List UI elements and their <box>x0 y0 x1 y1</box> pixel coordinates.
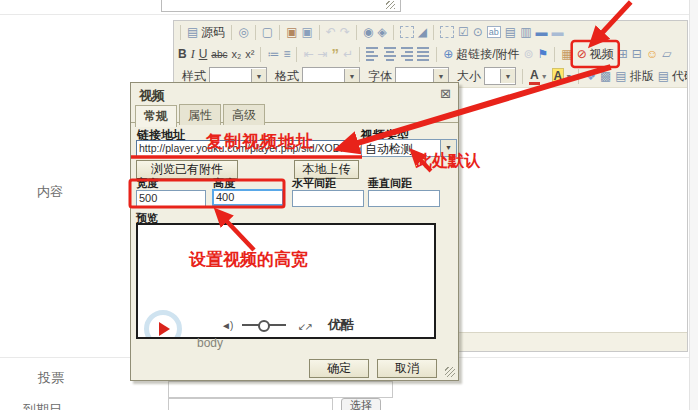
underline-button[interactable]: U <box>199 44 208 64</box>
fieldset-button[interactable] <box>440 22 454 42</box>
source-code-button[interactable]: ▤源码 <box>187 22 225 42</box>
blockquote-button[interactable]: ” <box>332 44 340 64</box>
anchor-button[interactable]: ⊚ <box>524 44 534 64</box>
play-icon[interactable] <box>144 310 182 339</box>
width-label: 宽度 <box>136 176 158 191</box>
fullscreen-button[interactable]: ❖ <box>585 66 596 86</box>
indent-button[interactable]: ⇥ <box>318 44 328 64</box>
dialog-resize-grip[interactable] <box>445 367 455 377</box>
fullscreen-icon[interactable]: ↙↗ <box>298 321 311 332</box>
ok-button[interactable]: 确定 <box>309 359 369 378</box>
volume-icon[interactable]: ◄) <box>221 320 232 331</box>
find-icon: ◉ <box>363 23 373 41</box>
form-button-button[interactable]: ▬ <box>535 22 547 42</box>
align-justify-icon <box>417 47 430 61</box>
remove-format-button[interactable]: ◢ <box>418 22 427 42</box>
toolbar-separator <box>279 25 280 40</box>
redo-button[interactable]: ↷ <box>340 22 350 42</box>
close-icon[interactable]: ⊠ <box>440 86 451 101</box>
image-button[interactable]: ▦ <box>561 44 572 64</box>
hyperlink-attachment-button[interactable]: ⊕超链接/附件 <box>443 44 519 64</box>
chevron-down-icon[interactable]: ▼ <box>344 69 359 83</box>
indent-icon: ⇥ <box>318 45 328 63</box>
subscript-button[interactable]: x₂ <box>231 44 241 64</box>
outdent-icon: ⇤ <box>303 45 313 63</box>
video-button[interactable]: ⊘视频 <box>577 44 614 64</box>
seek-knob[interactable] <box>258 320 270 332</box>
chevron-down-icon[interactable]: ▼ <box>500 69 515 83</box>
hspace-input[interactable] <box>292 190 364 207</box>
height-input[interactable]: 400 <box>212 189 284 206</box>
quick-format-button[interactable]: ▩ <box>600 66 611 86</box>
source-code-button-label: 源码 <box>201 24 225 41</box>
bg-color-icon: A <box>552 68 565 84</box>
size-select[interactable]: 大小▼ <box>453 66 516 86</box>
paste-button[interactable]: ▣ <box>286 22 297 42</box>
bg-color-button[interactable]: A▼ <box>552 66 573 86</box>
subject-input[interactable] <box>161 0 401 12</box>
hr-button[interactable]: ⊟ <box>632 44 642 64</box>
vspace-input[interactable] <box>368 190 440 207</box>
tab-attributes[interactable]: 属性 <box>179 104 221 125</box>
element-path-body[interactable]: body <box>197 336 223 350</box>
align-justify-button[interactable] <box>417 44 430 64</box>
cancel-button[interactable]: 取消 <box>377 359 437 378</box>
bold-button[interactable]: B <box>178 44 187 64</box>
table-icon: ⊞ <box>618 45 628 63</box>
outdent-button[interactable]: ⇤ <box>303 44 313 64</box>
select-all-button[interactable] <box>400 22 414 42</box>
width-input[interactable]: 500 <box>136 190 206 207</box>
template-button[interactable]: ▢ <box>262 22 273 42</box>
strikethrough-button[interactable]: abc <box>211 44 227 64</box>
textfield-button[interactable]: ab <box>487 22 501 42</box>
chevron-down-icon[interactable]: ▼ <box>251 69 266 83</box>
subject-resize-grip[interactable] <box>386 1 395 9</box>
align-left-button[interactable] <box>366 44 379 64</box>
chevron-down-icon[interactable]: ▼ <box>433 69 448 83</box>
preview-button[interactable]: ◎ <box>238 22 248 42</box>
size-select[interactable]: ▼ <box>484 67 516 85</box>
tab-general[interactable]: 常规 <box>135 105 177 127</box>
typeset-button[interactable]: ▤排版 <box>615 66 653 86</box>
page-break-button[interactable]: ▱ <box>662 44 671 64</box>
line-break-button[interactable]: ↵ <box>343 44 353 64</box>
superscript-button[interactable]: x² <box>245 44 254 64</box>
undo-icon: ↶ <box>326 23 336 41</box>
paste-word-button[interactable]: ▣ <box>302 22 313 42</box>
line-break-icon: ↵ <box>343 45 353 63</box>
emoticon-button[interactable]: ☺ <box>646 44 658 64</box>
vote-input[interactable] <box>168 381 393 398</box>
ordered-list-button[interactable]: ≔ <box>267 44 279 64</box>
undo-button[interactable]: ↶ <box>326 22 336 42</box>
size-select-label: 大小 <box>457 68 481 85</box>
checkbox-button[interactable]: ☑ <box>458 22 469 42</box>
expire-input[interactable] <box>168 398 333 410</box>
video-dialog: 视频 ⊠ 常规属性高级 链接地址 http://player.youku.com… <box>130 82 459 381</box>
row-separator-top <box>0 14 698 15</box>
table-button[interactable]: ⊞ <box>618 44 628 64</box>
align-right-icon <box>400 47 413 61</box>
code-button[interactable]: ▤代码 <box>658 66 687 86</box>
blockquote-icon: ” <box>332 49 340 59</box>
radio-button[interactable]: ⊙ <box>473 22 483 42</box>
tab-advanced[interactable]: 高级 <box>223 104 265 125</box>
replace-button[interactable]: ◈ <box>377 22 386 42</box>
player-brand: 优酷 <box>328 316 354 334</box>
text-color-button[interactable]: A▼ <box>529 66 548 86</box>
choose-button[interactable]: 选择 <box>341 398 381 410</box>
seek-slider[interactable] <box>242 324 286 326</box>
unordered-list-button[interactable]: ≡ <box>283 44 290 64</box>
find-button[interactable]: ◉ <box>363 22 373 42</box>
italic-button[interactable]: I <box>191 44 195 64</box>
subscript-icon: x₂ <box>231 48 241 60</box>
note-default-here: 此处默认 <box>416 151 480 172</box>
chevron-down-icon: ▼ <box>565 73 572 80</box>
listbox-icon: ▥ <box>520 23 531 41</box>
hidden-field-button[interactable]: ▬ <box>551 22 563 42</box>
listbox-button[interactable]: ▥ <box>520 22 531 42</box>
textarea-button[interactable]: ▤ <box>505 22 516 42</box>
align-center-button[interactable] <box>383 44 396 64</box>
align-right-button[interactable] <box>400 44 413 64</box>
hidden-field-icon: ▬ <box>551 23 563 41</box>
flag-button[interactable]: ⚑ <box>538 44 549 64</box>
